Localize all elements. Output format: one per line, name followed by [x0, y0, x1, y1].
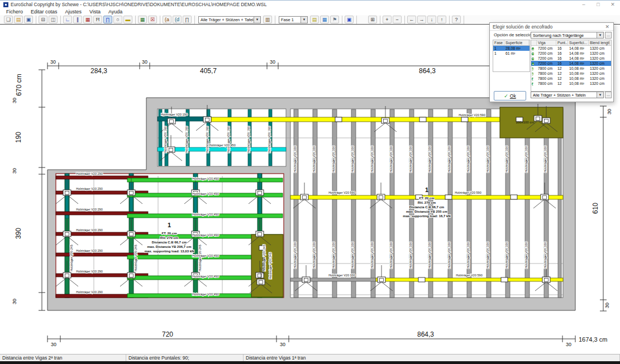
solution-book-button[interactable]: ▥: [263, 16, 272, 23]
dim-label: 30: [50, 59, 56, 65]
menu-editar-cotas[interactable]: Editar cotas: [27, 9, 61, 15]
clamp-symbol: [419, 117, 426, 122]
dim-label: 284,3: [90, 67, 107, 75]
panel-grid-button[interactable]: ▦: [320, 16, 329, 23]
beam-edit-button[interactable]: Ħ: [93, 16, 102, 23]
print-button[interactable]: ⊟: [39, 16, 47, 23]
table-row[interactable]: ▶7800 cm1210,08 m²1320 cm: [531, 71, 611, 76]
column-header[interactable]: Punt...: [556, 40, 568, 45]
column-header[interactable]: Superficie: [504, 40, 529, 45]
beam-single-icon: ▬: [126, 17, 131, 22]
beam-label: Holzträger V20 330: [447, 146, 451, 172]
print-preview-button[interactable]: ◫: [49, 16, 58, 23]
table-row[interactable]: 128,08 m²: [493, 46, 530, 51]
props-view-button[interactable]: ∥: [73, 16, 82, 23]
chevron-down-icon[interactable]: ▼: [597, 32, 603, 38]
beam-label: Holzträger V20 490: [192, 192, 218, 195]
beam-label: Holzträger V20 330: [312, 146, 316, 172]
zoom-window-button[interactable]: ○: [113, 16, 122, 23]
panels-view-button[interactable]: ▦: [83, 16, 92, 23]
edge-dim-right-button[interactable]: (d: [173, 16, 182, 23]
column-header[interactable]: Fase: [493, 40, 504, 45]
table-row[interactable]: ▲7200 cm1614,08 m²1320 cm: [531, 61, 611, 66]
beam-label: Holzträger V20 330: [328, 274, 355, 277]
solution-delete-button[interactable]: ☒: [148, 16, 157, 23]
panel-label: 200x100 cm: [516, 121, 535, 124]
minimize-button[interactable]: –: [576, 1, 591, 8]
flag-marker-button[interactable]: ⚑: [330, 16, 339, 23]
table-row[interactable]: ◀7800 cm1210,08 m²1320 cm: [531, 76, 611, 81]
beam-label: Holzträger V20 330: [524, 146, 528, 172]
menu-vista[interactable]: Vista: [85, 9, 104, 15]
chevron-down-icon[interactable]: ▼: [597, 92, 603, 98]
zoom-in-button[interactable]: +: [383, 16, 392, 23]
column-header[interactable]: Viga: [537, 40, 556, 45]
chevron-down-icon[interactable]: ▼: [254, 17, 260, 23]
table-row[interactable]: ◀7800 cm1210,08 m²1320 cm: [531, 81, 611, 86]
column-header[interactable]: Blend length: [589, 40, 610, 45]
solution-book-icon: ▥: [265, 17, 270, 22]
column-header[interactable]: Superfici...: [568, 40, 589, 45]
chevron-down-icon[interactable]: ▼: [301, 17, 307, 23]
pan-right-button[interactable]: →: [417, 16, 426, 23]
clamp-symbol: [461, 117, 468, 122]
column-header[interactable]: [531, 40, 537, 45]
beam-label: Holzträger V20 590: [455, 191, 481, 194]
slab-view-button[interactable]: ∏: [103, 16, 112, 23]
beam-label: Holzträger V20 190: [206, 126, 209, 152]
dim-label: 30: [51, 342, 56, 347]
dialog-filter-dropdown[interactable]: Alle Träger + Stützen + Tafeln ▼: [531, 92, 604, 98]
beam-label: Holzträger V20 245: [70, 245, 73, 271]
zoom-help-button[interactable]: ?: [452, 16, 461, 23]
save-file-button[interactable]: ▣: [24, 16, 33, 23]
annotation-line: FT. 20 cm: [419, 197, 434, 200]
clamp-symbol: [335, 117, 342, 122]
gray-beam: [487, 109, 491, 298]
notes-button[interactable]: ▤: [310, 16, 319, 23]
close-button[interactable]: ✕: [605, 1, 620, 8]
zoom-out-button[interactable]: −: [393, 16, 402, 23]
beam-label: Holzträger V20 490: [192, 233, 218, 237]
new-document-button[interactable]: ❏: [4, 16, 13, 23]
direction-left-icon: ◀: [532, 83, 533, 85]
table-row[interactable]: ▼7200 cm1614,08 m²1320 cm: [531, 56, 611, 61]
sort-dropdown[interactable]: Sortierung nach Trägerlänge ▼: [531, 32, 604, 39]
menu-ajustes[interactable]: Ajustes: [61, 9, 86, 15]
menu-fichero[interactable]: Fichero: [2, 9, 27, 15]
direction-right-icon: ▶: [532, 73, 533, 75]
table-row[interactable]: ▶7800 cm1210,08 m²1320 cm: [531, 66, 611, 71]
info-panel-button[interactable]: ▣: [345, 16, 354, 23]
gray-beam: [332, 109, 337, 298]
pan-left-button[interactable]: ←: [407, 16, 416, 23]
filter-more-button[interactable]: ...: [605, 92, 612, 98]
dimension-mode-button[interactable]: ∟: [63, 16, 72, 23]
info-panel-icon: ▣: [347, 17, 352, 22]
ok-button[interactable]: ✓ Ok: [494, 91, 526, 100]
beam-single-button[interactable]: ▬: [123, 16, 132, 23]
pan-down-button[interactable]: ↓: [427, 16, 436, 23]
edge-dim-left-button[interactable]: (a: [163, 16, 171, 23]
dim-label: 720: [162, 331, 173, 338]
table-row[interactable]: ▲7200 cm1614,08 m²1320 cm: [531, 46, 611, 51]
beam-label: Holzträger V20 290: [76, 187, 102, 190]
table-row[interactable]: 161 m²: [493, 51, 530, 56]
solution-table-button[interactable]: ▦: [138, 16, 147, 23]
view-filter-select[interactable]: Alle Träger + Stützen + Tafeln▼: [198, 16, 261, 23]
beam-label: Holzträger V20 330: [370, 242, 374, 268]
dialog-close-icon[interactable]: ✕: [604, 24, 611, 30]
dialog-title-bar: Elegir solución de encofrado ✕: [490, 23, 613, 31]
table-row[interactable]: ▼7200 cm1614,08 m²1320 cm: [531, 51, 611, 56]
phase-select[interactable]: Fase 1▼: [279, 16, 308, 23]
beam-label: Holzträger V20 330: [524, 242, 528, 268]
menu-ayuda[interactable]: Ayuda: [104, 9, 126, 15]
sort-more-button[interactable]: ...: [605, 32, 612, 39]
slab-table-button[interactable]: ∏: [183, 16, 192, 23]
zoom-all-button[interactable]: ⊞: [368, 16, 377, 23]
beam-label: Holzträger V20 290: [76, 172, 102, 175]
maximize-button[interactable]: □: [591, 1, 605, 8]
ok-label: Ok: [510, 93, 516, 99]
pan-up-button[interactable]: ↑: [437, 16, 446, 23]
beam-label: Holzträger V20 330: [370, 146, 374, 172]
beam-label: Holzträger V20 330: [293, 146, 297, 172]
open-file-button[interactable]: ▤: [14, 16, 23, 23]
